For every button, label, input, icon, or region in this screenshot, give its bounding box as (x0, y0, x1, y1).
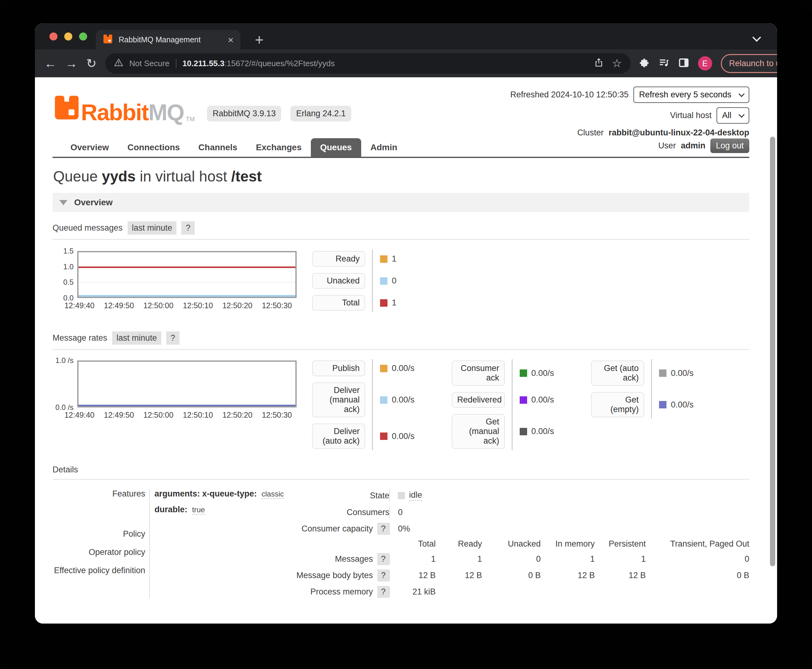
relaunch-label: Relaunch to update (729, 59, 777, 68)
logout-button[interactable]: Log out (710, 138, 749, 153)
arguments-key: arguments: (154, 489, 200, 498)
chevron-down-icon[interactable] (752, 33, 761, 42)
durable-value[interactable]: true (192, 506, 205, 515)
tab-queues[interactable]: Queues (311, 138, 361, 157)
message-rates-label: Message rates (52, 333, 107, 343)
forward-icon[interactable]: → (65, 57, 77, 69)
messages-ready: 1 (436, 554, 482, 564)
close-tab-icon[interactable]: × (228, 35, 233, 45)
legend-get-auto-pill[interactable]: Get (auto ack) (591, 360, 644, 386)
scrollbar-thumb[interactable] (770, 137, 775, 566)
x-tick: 12:50:10 (183, 301, 213, 310)
refresh-interval-select[interactable]: Refresh every 5 seconds (633, 87, 749, 103)
queued-messages-plot-area (77, 251, 297, 298)
x-tick: 12:49:50 (104, 301, 134, 310)
omnibox-divider (176, 59, 176, 68)
legend-deliver-auto-pill[interactable]: Deliver (auto ack) (312, 424, 365, 449)
legend-redelivered-pill[interactable]: Redelivered (452, 392, 505, 408)
browser-tab[interactable]: RabbitMQ Management × (96, 30, 240, 49)
close-window-button[interactable] (49, 32, 57, 40)
help-icon[interactable]: ? (181, 221, 195, 235)
not-secure-warning-icon[interactable] (114, 58, 123, 69)
messages-row-label: Messages (335, 554, 373, 564)
minimize-window-button[interactable] (64, 32, 72, 40)
reload-icon[interactable]: ↻ (86, 57, 97, 69)
get-auto-swatch (659, 370, 666, 377)
legend-total-pill[interactable]: Total (312, 295, 365, 311)
rates-legend-group-2: Consumer ack 0.00/s Redelivered 0.00/s G… (452, 360, 554, 449)
x-tick: 12:49:40 (64, 410, 94, 420)
col-header-unacked: Unacked (482, 539, 541, 549)
legend-unacked-pill[interactable]: Unacked (312, 273, 365, 289)
body-bytes-in-memory: 12 B (541, 571, 595, 580)
policy-label: Policy (52, 529, 145, 539)
tab-overview[interactable]: Overview (61, 138, 118, 157)
redelivered-swatch (520, 396, 527, 404)
legend-deliver-manual-pill[interactable]: Deliver (manual ack) (312, 382, 365, 417)
state-value[interactable]: idle (409, 490, 422, 501)
help-icon[interactable]: ? (377, 553, 389, 565)
tab-connections[interactable]: Connections (118, 138, 190, 157)
share-icon[interactable] (594, 57, 604, 69)
refreshed-timestamp: Refreshed 2024-10-10 12:50:35 (510, 90, 629, 99)
user-label: User (658, 141, 676, 151)
zoom-window-button[interactable] (79, 32, 87, 40)
get-manual-swatch (520, 428, 527, 435)
overview-section-header[interactable]: Overview (52, 193, 749, 212)
legend-ready-pill[interactable]: Ready (312, 251, 365, 267)
consumer-capacity-label: Consumer capacity (302, 524, 373, 534)
tab-channels[interactable]: Channels (189, 138, 247, 157)
address-bar[interactable]: Not Secure 10.211.55.3:15672/#/queues/%2… (106, 53, 631, 74)
gridline (79, 282, 295, 282)
total-swatch (380, 299, 388, 307)
messages-persistent: 1 (595, 554, 646, 564)
legend-get-empty-pill[interactable]: Get (empty) (591, 392, 644, 417)
tab-exchanges[interactable]: Exchanges (247, 138, 311, 157)
details-title: Details (52, 465, 78, 474)
col-header-persistent: Persistent (595, 539, 646, 549)
operator-policy-label: Operator policy (52, 548, 145, 557)
legend-consumer-ack-pill[interactable]: Consumer ack (452, 360, 505, 386)
x-tick: 12:49:40 (64, 301, 94, 310)
legend-get-manual-pill[interactable]: Get (manual ack) (452, 414, 505, 449)
virtual-host-select[interactable]: All (716, 107, 749, 124)
consumers-label: Consumers (294, 508, 389, 517)
range-badge[interactable]: last minute (128, 221, 177, 235)
rabbitmq-logo-icon[interactable] (52, 93, 81, 124)
virtual-host-label: Virtual host (670, 111, 711, 120)
collapse-triangle-icon (59, 200, 67, 205)
cluster-name: rabbit@ubuntu-linux-22-04-desktop (609, 128, 749, 138)
col-header-transient: Transient, Paged Out (646, 539, 749, 549)
page-title-prefix: Queue (53, 168, 97, 185)
extensions-puzzle-icon[interactable] (639, 57, 650, 69)
help-icon[interactable]: ? (377, 523, 389, 535)
col-header-total: Total (389, 539, 436, 549)
browser-toolbar: ← → ↻ Not Secure 10.211.55.3:15672/#/que… (35, 49, 777, 77)
body-bytes-persistent: 12 B (595, 571, 646, 580)
profile-avatar[interactable]: E (698, 56, 712, 71)
x-queue-type-value[interactable]: classic (262, 490, 284, 499)
new-tab-button[interactable]: + (255, 31, 263, 48)
help-icon[interactable]: ? (377, 586, 389, 598)
consumer-ack-rate: 0.00/s (532, 368, 554, 378)
side-panel-icon[interactable] (678, 57, 690, 69)
help-icon[interactable]: ? (166, 331, 180, 345)
relaunch-to-update-button[interactable]: Relaunch to update ⋮ (721, 54, 777, 73)
process-memory-total: 21 kiB (389, 587, 436, 597)
consumer-capacity-value: 0% (389, 523, 749, 535)
bookmark-star-icon[interactable]: ☆ (612, 58, 622, 69)
legend-publish-pill[interactable]: Publish (312, 360, 365, 376)
x-tick: 12:50:30 (262, 410, 292, 420)
messages-total: 1 (389, 554, 436, 564)
rabbitmq-page: RabbitMQ TM RabbitMQ 3.9.13 Erlang 24.2.… (35, 77, 777, 624)
back-icon[interactable]: ← (44, 57, 57, 69)
page-title: Queue yyds in virtual host /test (53, 168, 749, 185)
range-badge[interactable]: last minute (112, 331, 161, 345)
playlist-icon[interactable] (658, 57, 669, 69)
tab-admin[interactable]: Admin (361, 138, 407, 157)
state-label: State (294, 491, 389, 501)
tab-title: RabbitMQ Management (119, 35, 201, 44)
help-icon[interactable]: ? (377, 570, 389, 582)
url-rest: :15672/#/queues/%2Ftest/yyds (225, 59, 335, 68)
message-rates-plot-area (77, 360, 297, 407)
